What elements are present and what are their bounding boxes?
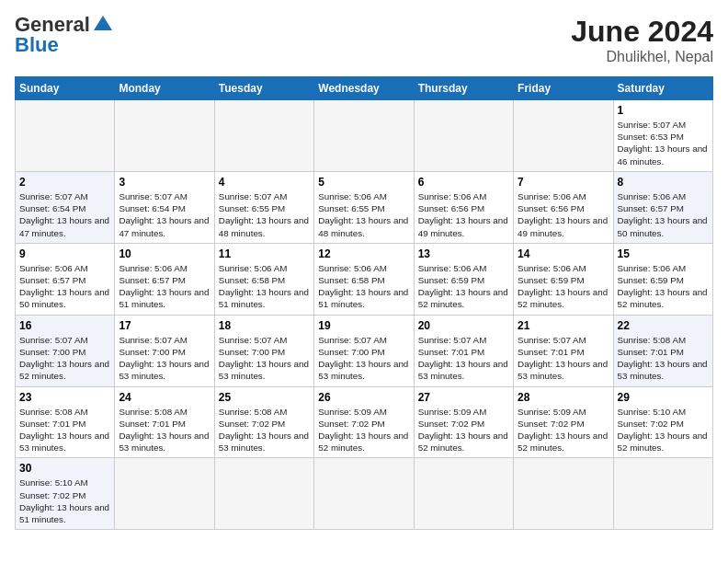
day-number: 10 (119, 247, 210, 260)
day-number: 17 (119, 319, 210, 332)
day-number: 21 (518, 319, 609, 332)
calendar-week-3: 9Sunrise: 5:06 AMSunset: 6:57 PMDaylight… (16, 243, 713, 315)
cell-sun-info: Sunrise: 5:09 AMSunset: 7:02 PMDaylight:… (318, 406, 409, 454)
calendar-week-1: 1Sunrise: 5:07 AMSunset: 6:53 PMDaylight… (16, 100, 713, 172)
day-number: 27 (418, 391, 509, 404)
cell-sun-info: Sunrise: 5:06 AMSunset: 6:58 PMDaylight:… (318, 262, 409, 311)
day-number: 8 (618, 176, 709, 189)
calendar-cell: 13Sunrise: 5:06 AMSunset: 6:59 PMDayligh… (414, 243, 513, 315)
calendar-cell: 2Sunrise: 5:07 AMSunset: 6:54 PMDaylight… (16, 171, 115, 243)
calendar-cell: 16Sunrise: 5:07 AMSunset: 7:00 PMDayligh… (16, 315, 115, 386)
weekday-header-row: SundayMondayTuesdayWednesdayThursdayFrid… (16, 77, 713, 100)
cell-sun-info: Sunrise: 5:07 AMSunset: 7:00 PMDaylight:… (318, 334, 409, 383)
calendar-cell: 7Sunrise: 5:06 AMSunset: 6:56 PMDaylight… (514, 171, 613, 243)
day-number: 14 (518, 247, 609, 260)
calendar-week-6: 30Sunrise: 5:10 AMSunset: 7:02 PMDayligh… (16, 458, 713, 530)
day-number: 3 (119, 176, 210, 189)
calendar-table: SundayMondayTuesdayWednesdayThursdayFrid… (15, 76, 713, 530)
cell-sun-info: Sunrise: 5:06 AMSunset: 6:56 PMDaylight:… (518, 190, 609, 239)
day-number: 1 (618, 104, 709, 117)
calendar-cell: 24Sunrise: 5:08 AMSunset: 7:01 PMDayligh… (115, 386, 214, 458)
calendar-cell: 10Sunrise: 5:06 AMSunset: 6:57 PMDayligh… (115, 243, 214, 315)
day-number: 9 (19, 247, 110, 260)
day-number: 6 (418, 176, 509, 189)
page-header: General Blue June 2024 Dhulikhel, Nepal (15, 15, 713, 65)
calendar-cell: 5Sunrise: 5:06 AMSunset: 6:55 PMDaylight… (314, 171, 414, 243)
calendar-cell: 17Sunrise: 5:07 AMSunset: 7:00 PMDayligh… (115, 315, 214, 386)
cell-sun-info: Sunrise: 5:08 AMSunset: 7:02 PMDaylight:… (219, 406, 310, 454)
weekday-header-friday: Friday (514, 77, 613, 100)
cell-sun-info: Sunrise: 5:08 AMSunset: 7:01 PMDaylight:… (119, 406, 210, 454)
location-title: Dhulikhel, Nepal (571, 49, 713, 65)
cell-sun-info: Sunrise: 5:06 AMSunset: 6:57 PMDaylight:… (19, 262, 110, 311)
weekday-header-monday: Monday (115, 77, 214, 100)
cell-sun-info: Sunrise: 5:06 AMSunset: 6:59 PMDaylight:… (418, 262, 509, 311)
cell-sun-info: Sunrise: 5:08 AMSunset: 7:01 PMDaylight:… (618, 334, 709, 383)
calendar-week-2: 2Sunrise: 5:07 AMSunset: 6:54 PMDaylight… (16, 171, 713, 243)
calendar-cell (514, 458, 613, 530)
calendar-cell (115, 100, 214, 172)
calendar-cell (214, 458, 313, 530)
calendar-cell: 19Sunrise: 5:07 AMSunset: 7:00 PMDayligh… (314, 315, 414, 386)
cell-sun-info: Sunrise: 5:08 AMSunset: 7:01 PMDaylight:… (19, 406, 110, 454)
day-number: 4 (219, 176, 310, 189)
cell-sun-info: Sunrise: 5:07 AMSunset: 7:01 PMDaylight:… (518, 334, 609, 383)
day-number: 29 (618, 391, 709, 404)
month-title: June 2024 (571, 15, 713, 49)
day-number: 26 (318, 391, 409, 404)
day-number: 7 (518, 176, 609, 189)
cell-sun-info: Sunrise: 5:07 AMSunset: 6:53 PMDaylight:… (618, 119, 709, 167)
cell-sun-info: Sunrise: 5:07 AMSunset: 6:55 PMDaylight:… (219, 190, 310, 239)
calendar-week-4: 16Sunrise: 5:07 AMSunset: 7:00 PMDayligh… (16, 315, 713, 386)
cell-sun-info: Sunrise: 5:07 AMSunset: 6:54 PMDaylight:… (19, 190, 110, 239)
calendar-cell: 28Sunrise: 5:09 AMSunset: 7:02 PMDayligh… (514, 386, 613, 458)
day-number: 15 (618, 247, 709, 260)
calendar-cell: 1Sunrise: 5:07 AMSunset: 6:53 PMDaylight… (613, 100, 712, 172)
calendar-cell (613, 458, 712, 530)
calendar-cell: 27Sunrise: 5:09 AMSunset: 7:02 PMDayligh… (414, 386, 513, 458)
day-number: 2 (19, 176, 110, 189)
cell-sun-info: Sunrise: 5:09 AMSunset: 7:02 PMDaylight:… (518, 406, 609, 454)
calendar-cell: 8Sunrise: 5:06 AMSunset: 6:57 PMDaylight… (613, 171, 712, 243)
calendar-cell: 25Sunrise: 5:08 AMSunset: 7:02 PMDayligh… (214, 386, 313, 458)
calendar-cell: 6Sunrise: 5:06 AMSunset: 6:56 PMDaylight… (414, 171, 513, 243)
cell-sun-info: Sunrise: 5:07 AMSunset: 6:54 PMDaylight:… (119, 190, 210, 239)
weekday-header-wednesday: Wednesday (314, 77, 414, 100)
day-number: 13 (418, 247, 509, 260)
calendar-cell: 26Sunrise: 5:09 AMSunset: 7:02 PMDayligh… (314, 386, 414, 458)
calendar-cell (214, 100, 313, 172)
calendar-cell (115, 458, 214, 530)
calendar-week-5: 23Sunrise: 5:08 AMSunset: 7:01 PMDayligh… (16, 386, 713, 458)
calendar-cell (16, 100, 115, 172)
calendar-cell: 12Sunrise: 5:06 AMSunset: 6:58 PMDayligh… (314, 243, 414, 315)
title-block: June 2024 Dhulikhel, Nepal (571, 15, 713, 65)
calendar-cell: 11Sunrise: 5:06 AMSunset: 6:58 PMDayligh… (214, 243, 313, 315)
cell-sun-info: Sunrise: 5:10 AMSunset: 7:02 PMDaylight:… (618, 406, 709, 454)
cell-sun-info: Sunrise: 5:06 AMSunset: 6:58 PMDaylight:… (219, 262, 310, 311)
calendar-cell (414, 458, 513, 530)
cell-sun-info: Sunrise: 5:09 AMSunset: 7:02 PMDaylight:… (418, 406, 509, 454)
calendar-cell: 21Sunrise: 5:07 AMSunset: 7:01 PMDayligh… (514, 315, 613, 386)
day-number: 22 (618, 319, 709, 332)
calendar-cell: 23Sunrise: 5:08 AMSunset: 7:01 PMDayligh… (16, 386, 115, 458)
weekday-header-thursday: Thursday (414, 77, 513, 100)
weekday-header-tuesday: Tuesday (214, 77, 313, 100)
logo-triangle-icon (94, 16, 112, 30)
day-number: 23 (19, 391, 110, 404)
cell-sun-info: Sunrise: 5:07 AMSunset: 7:00 PMDaylight:… (119, 334, 210, 383)
calendar-cell (314, 458, 414, 530)
calendar-cell: 3Sunrise: 5:07 AMSunset: 6:54 PMDaylight… (115, 171, 214, 243)
day-number: 11 (219, 247, 310, 260)
calendar-cell (514, 100, 613, 172)
calendar-cell (414, 100, 513, 172)
calendar-cell: 29Sunrise: 5:10 AMSunset: 7:02 PMDayligh… (613, 386, 712, 458)
logo-blue-text: Blue (15, 35, 59, 55)
cell-sun-info: Sunrise: 5:07 AMSunset: 7:00 PMDaylight:… (19, 334, 110, 383)
day-number: 5 (318, 176, 409, 189)
day-number: 25 (219, 391, 310, 404)
day-number: 28 (518, 391, 609, 404)
cell-sun-info: Sunrise: 5:06 AMSunset: 6:57 PMDaylight:… (618, 190, 709, 239)
calendar-cell: 18Sunrise: 5:07 AMSunset: 7:00 PMDayligh… (214, 315, 313, 386)
cell-sun-info: Sunrise: 5:06 AMSunset: 6:59 PMDaylight:… (618, 262, 709, 311)
cell-sun-info: Sunrise: 5:06 AMSunset: 6:57 PMDaylight:… (119, 262, 210, 311)
